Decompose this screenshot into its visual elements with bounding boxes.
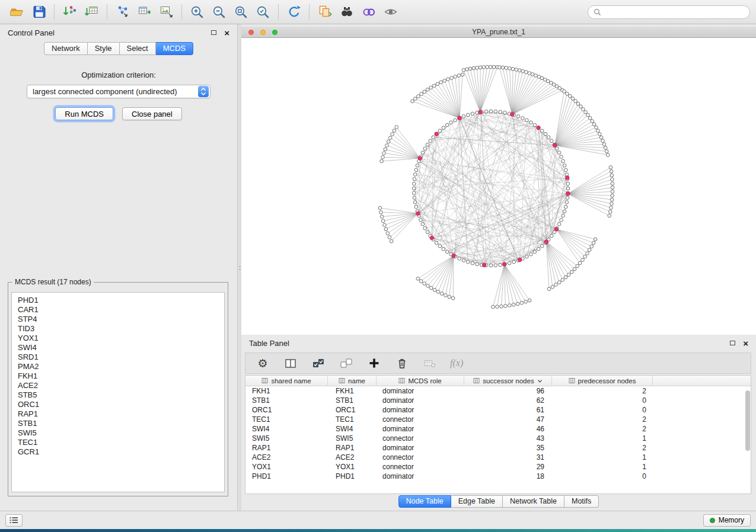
zoom-in-button[interactable] xyxy=(186,2,208,21)
network-node[interactable] xyxy=(512,260,516,264)
network-leaf-node[interactable] xyxy=(586,252,589,255)
network-node[interactable] xyxy=(494,110,497,113)
network-leaf-node[interactable] xyxy=(417,95,420,98)
network-leaf-node[interactable] xyxy=(564,275,567,279)
network-leaf-node[interactable] xyxy=(528,72,531,75)
network-leaf-node[interactable] xyxy=(534,74,538,78)
network-leaf-node[interactable] xyxy=(426,284,430,288)
network-leaf-node[interactable] xyxy=(385,144,389,148)
network-node[interactable] xyxy=(467,113,470,117)
network-node[interactable] xyxy=(426,230,429,234)
network-leaf-node[interactable] xyxy=(576,102,580,105)
network-leaf-node[interactable] xyxy=(380,215,384,219)
network-leaf-node[interactable] xyxy=(551,285,554,289)
table-tab-network-table[interactable]: Network Table xyxy=(503,495,564,508)
search-box[interactable] xyxy=(588,5,750,19)
network-hub-node[interactable] xyxy=(502,262,506,266)
mcds-node-item[interactable]: RAP1 xyxy=(18,409,218,419)
network-leaf-node[interactable] xyxy=(578,261,582,265)
network-node[interactable] xyxy=(556,147,559,150)
network-leaf-node[interactable] xyxy=(581,258,585,262)
network-leaf-node[interactable] xyxy=(540,76,544,80)
mcds-node-item[interactable]: STP4 xyxy=(18,315,218,324)
network-leaf-node[interactable] xyxy=(379,211,383,214)
network-node[interactable] xyxy=(562,159,565,163)
network-leaf-node[interactable] xyxy=(383,223,387,227)
mcds-node-item[interactable]: ORC1 xyxy=(18,400,218,409)
network-leaf-node[interactable] xyxy=(525,70,528,74)
network-node[interactable] xyxy=(562,214,565,217)
mcds-node-item[interactable]: ACE2 xyxy=(18,381,218,390)
network-hub-node[interactable] xyxy=(518,258,522,261)
network-hub-node[interactable] xyxy=(452,254,455,258)
network-leaf-node[interactable] xyxy=(414,97,417,101)
network-leaf-node[interactable] xyxy=(440,292,444,296)
network-leaf-node[interactable] xyxy=(457,74,461,78)
find-button[interactable] xyxy=(336,2,358,21)
network-node[interactable] xyxy=(438,245,442,248)
network-leaf-node[interactable] xyxy=(388,136,392,140)
network-leaf-node[interactable] xyxy=(498,66,502,69)
network-leaf-node[interactable] xyxy=(611,182,614,185)
network-leaf-node[interactable] xyxy=(381,219,385,223)
network-hub-node[interactable] xyxy=(416,211,420,215)
network-leaf-node[interactable] xyxy=(524,300,528,304)
minimize-window-icon[interactable] xyxy=(260,30,266,35)
add-column-button[interactable] xyxy=(366,355,382,371)
network-leaf-node[interactable] xyxy=(608,214,611,217)
network-leaf-node[interactable] xyxy=(378,206,382,210)
mcds-node-item[interactable]: FKH1 xyxy=(18,371,218,381)
network-node[interactable] xyxy=(560,155,563,159)
network-hub-node[interactable] xyxy=(479,110,482,114)
network-leaf-node[interactable] xyxy=(476,66,479,70)
network-canvas[interactable] xyxy=(241,38,756,335)
network-leaf-node[interactable] xyxy=(574,100,578,103)
network-leaf-node[interactable] xyxy=(518,69,521,72)
network-leaf-node[interactable] xyxy=(584,111,588,114)
network-leaf-node[interactable] xyxy=(508,304,512,307)
network-leaf-node[interactable] xyxy=(436,82,439,86)
network-leaf-node[interactable] xyxy=(573,267,576,271)
network-leaf-node[interactable] xyxy=(604,146,607,150)
network-leaf-node[interactable] xyxy=(592,241,595,245)
mcds-node-item[interactable]: TEC1 xyxy=(18,438,218,447)
zoom-selected-button[interactable] xyxy=(252,2,274,21)
network-leaf-node[interactable] xyxy=(465,68,469,71)
mcds-node-item[interactable]: CAR1 xyxy=(18,305,218,315)
table-row[interactable]: ORC1ORC1dominator610 xyxy=(245,405,751,415)
network-leaf-node[interactable] xyxy=(521,69,525,73)
column-header-shared-name[interactable]: shared name xyxy=(245,376,328,386)
new-network-button[interactable] xyxy=(111,2,133,21)
network-leaf-node[interactable] xyxy=(446,78,450,81)
network-node[interactable] xyxy=(462,115,465,118)
table-tab-edge-table[interactable]: Edge Table xyxy=(451,495,503,508)
network-node[interactable] xyxy=(414,205,418,209)
mcds-node-item[interactable]: TID3 xyxy=(18,324,218,334)
network-node[interactable] xyxy=(566,196,569,200)
network-leaf-node[interactable] xyxy=(588,117,592,120)
network-node[interactable] xyxy=(412,182,416,185)
network-leaf-node[interactable] xyxy=(439,81,443,84)
network-leaf-node[interactable] xyxy=(451,297,455,300)
network-leaf-node[interactable] xyxy=(384,227,388,231)
network-leaf-node[interactable] xyxy=(547,287,551,291)
network-leaf-node[interactable] xyxy=(420,92,423,96)
network-node[interactable] xyxy=(445,250,449,254)
network-leaf-node[interactable] xyxy=(550,81,553,85)
network-node[interactable] xyxy=(413,201,417,204)
network-leaf-node[interactable] xyxy=(433,289,436,292)
network-leaf-node[interactable] xyxy=(443,79,446,82)
network-node[interactable] xyxy=(533,123,537,127)
network-leaf-node[interactable] xyxy=(563,90,566,94)
network-node[interactable] xyxy=(458,257,461,261)
network-leaf-node[interactable] xyxy=(492,65,496,69)
network-leaf-node[interactable] xyxy=(594,238,597,241)
mcds-node-item[interactable]: STB1 xyxy=(18,419,218,428)
network-leaf-node[interactable] xyxy=(610,169,613,173)
table-tab-motifs[interactable]: Motifs xyxy=(564,495,599,508)
network-leaf-node[interactable] xyxy=(537,75,541,79)
network-node[interactable] xyxy=(412,191,416,195)
network-node[interactable] xyxy=(563,164,566,168)
network-node[interactable] xyxy=(503,111,507,114)
network-leaf-node[interactable] xyxy=(591,120,594,123)
